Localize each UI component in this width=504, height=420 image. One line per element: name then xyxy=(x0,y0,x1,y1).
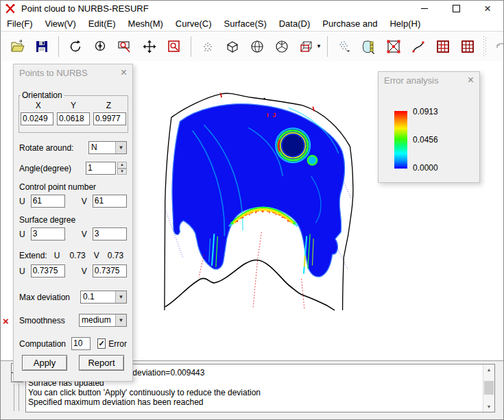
control-point-label: Control point number xyxy=(19,182,96,192)
extend-v-label: V xyxy=(94,251,99,260)
error-colorbar xyxy=(394,111,407,169)
dialog-close-icon[interactable]: × xyxy=(121,67,127,78)
control-point-u-field[interactable]: 61 xyxy=(31,195,65,208)
orientation-legend: Orientation xyxy=(21,90,64,100)
error-scale-min: 0.0000 xyxy=(413,163,438,173)
wire-cube-icon[interactable] xyxy=(298,37,315,56)
menu-purchase[interactable]: Purchase and xyxy=(316,17,383,30)
surface-degree-u-field[interactable]: 3 xyxy=(31,227,65,240)
minimize-button[interactable] xyxy=(409,1,440,16)
scroll-up-icon[interactable]: ▲ xyxy=(483,365,494,375)
save-icon[interactable] xyxy=(33,37,51,56)
max-deviation-label: Max deviation xyxy=(19,293,70,302)
zoom-rect-icon[interactable] xyxy=(116,37,134,56)
chevron-down-icon[interactable]: ▼ xyxy=(115,291,126,303)
app-window: Point cloud to NURBS-RESURF × File(F) Vi… xyxy=(0,0,504,420)
smoothness-label: Smoothness xyxy=(19,316,65,325)
control-net-icon[interactable] xyxy=(385,37,403,56)
toolbar-separator xyxy=(58,36,59,57)
apply-button[interactable]: Apply xyxy=(22,355,67,371)
output-scrollbar[interactable]: ▲ ▼ xyxy=(483,365,494,412)
angle-label: Angle(degree) xyxy=(19,164,71,173)
spin-up-icon[interactable]: ▲ xyxy=(117,162,127,169)
pan-icon[interactable] xyxy=(141,37,158,56)
extend-u-field[interactable]: 0.7375 xyxy=(31,264,65,277)
rotate-around-select[interactable]: N ▼ xyxy=(88,141,127,154)
smoothness-select[interactable]: medium ▼ xyxy=(79,314,127,327)
extend-u-value: 0.73 xyxy=(69,251,85,260)
orientation-y-field[interactable]: 0.0618 xyxy=(57,112,90,125)
surface-degree-v-field[interactable]: 3 xyxy=(93,227,127,240)
status-bar xyxy=(1,413,504,420)
u-label: U xyxy=(19,267,25,276)
axis-y-label: Y xyxy=(56,101,91,110)
scroll-down-icon[interactable]: ▼ xyxy=(483,402,494,412)
vertex-dot xyxy=(263,98,265,99)
toolbar-separator-dotted xyxy=(483,36,487,57)
spin-down-icon[interactable]: ▼ xyxy=(117,169,127,175)
cloud-to-surface-icon[interactable] xyxy=(335,37,353,56)
menu-mesh[interactable]: Mesh(M) xyxy=(122,17,169,30)
undo-icon[interactable] xyxy=(493,37,503,56)
menu-data[interactable]: Data(D) xyxy=(273,17,317,30)
u-label: U xyxy=(19,230,25,239)
error-checkbox[interactable]: ✓ xyxy=(97,338,106,349)
menu-edit[interactable]: Edit(E) xyxy=(82,17,122,30)
chevron-down-icon[interactable]: ▼ xyxy=(316,43,322,49)
axis-z-label: Z xyxy=(91,101,126,110)
menu-file[interactable]: File(F) xyxy=(1,17,39,30)
orientation-x-field[interactable]: 0.0249 xyxy=(21,112,53,125)
zoom-extents-icon[interactable] xyxy=(91,37,109,56)
toolbar-separator xyxy=(191,36,191,57)
orientation-z-field[interactable]: 0.9977 xyxy=(93,112,126,125)
max-deviation-select[interactable]: 0.1 ▼ xyxy=(80,291,127,304)
output-dock-gripper[interactable] xyxy=(14,384,19,411)
sphere-u-icon[interactable] xyxy=(248,37,266,56)
control-point-v-field[interactable]: 61 xyxy=(93,195,127,208)
error-analysis-panel: Error analysis × 0.0913 0.0456 0.0000 xyxy=(378,71,480,183)
extend-v-field[interactable]: 0.7375 xyxy=(93,264,127,277)
grid-points-icon[interactable] xyxy=(434,37,452,56)
error-scale-max: 0.0913 xyxy=(413,107,438,116)
open-icon[interactable] xyxy=(8,37,26,56)
error-checkbox-label: Error xyxy=(108,339,127,349)
error-scale-mid: 0.0456 xyxy=(413,135,438,145)
window-title: Point cloud to NURBS-RESURF xyxy=(21,3,149,14)
sphere-v-icon[interactable] xyxy=(273,37,291,56)
error-panel-title-bar[interactable]: Error analysis × xyxy=(379,72,479,88)
menu-view[interactable]: View(V) xyxy=(39,17,82,30)
zoom-window-icon[interactable] xyxy=(165,37,183,56)
maximize-button[interactable] xyxy=(440,1,472,16)
menu-curve[interactable]: Curve(C) xyxy=(169,17,218,30)
menu-help[interactable]: Help(H) xyxy=(383,17,427,30)
axis-x-label: X xyxy=(21,101,56,110)
uv-marker-label: I J xyxy=(267,112,277,119)
dialog-title: Points to NURBS xyxy=(19,68,88,78)
dialog-title-bar[interactable]: Points to NURBS × xyxy=(14,64,132,81)
computation-field[interactable]: 10 xyxy=(71,337,91,350)
chevron-down-icon[interactable]: ▼ xyxy=(115,142,126,153)
close-button[interactable]: × xyxy=(472,1,503,16)
error-panel-title: Error analysis xyxy=(384,75,438,86)
point-cloud xyxy=(172,104,344,277)
report-button[interactable]: Report xyxy=(79,355,124,371)
surface-grid-icon[interactable] xyxy=(360,37,378,56)
rotate-view-icon[interactable] xyxy=(67,37,84,56)
menu-surface[interactable]: Surface(S) xyxy=(218,17,273,30)
extend-u-label: U xyxy=(54,251,60,260)
curve-icon[interactable] xyxy=(409,37,427,56)
angle-field[interactable]: 1 xyxy=(86,162,116,175)
red-x-marker-icon: × xyxy=(3,315,9,327)
v-label: V xyxy=(82,230,87,239)
chevron-down-icon[interactable]: ▼ xyxy=(115,314,126,326)
point-cloud-icon[interactable] xyxy=(199,37,217,56)
scrollbar-thumb[interactable] xyxy=(484,381,494,395)
app-icon xyxy=(5,3,16,14)
v-label: V xyxy=(82,267,87,276)
extend-label: Extend: xyxy=(19,251,47,260)
angle-spinner[interactable]: ▲▼ xyxy=(117,162,127,175)
box-icon[interactable] xyxy=(224,37,241,56)
log-line: You can click button 'Apply' continuousl… xyxy=(28,388,261,397)
error-panel-close-icon[interactable]: × xyxy=(468,75,474,86)
grid-icon[interactable] xyxy=(459,37,477,56)
